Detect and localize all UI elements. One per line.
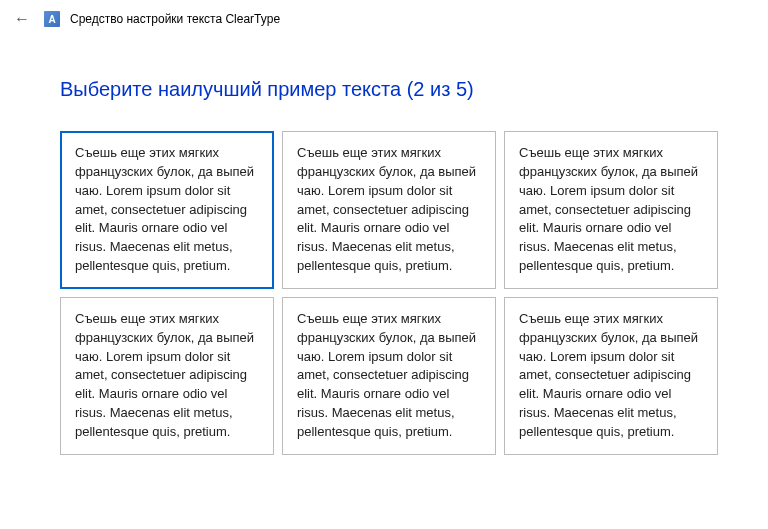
back-button[interactable]: ← <box>10 8 34 30</box>
text-sample-3[interactable]: Съешь еще этих мягких французских булок,… <box>504 131 718 289</box>
sample-grid: Съешь еще этих мягких французских булок,… <box>60 131 718 455</box>
titlebar: ← A Средство настройки текста ClearType <box>0 0 768 38</box>
window-title: Средство настройки текста ClearType <box>70 12 280 26</box>
text-sample-2[interactable]: Съешь еще этих мягких французских булок,… <box>282 131 496 289</box>
app-icon: A <box>44 11 60 27</box>
text-sample-5[interactable]: Съешь еще этих мягких французских булок,… <box>282 297 496 455</box>
text-sample-4[interactable]: Съешь еще этих мягких французских булок,… <box>60 297 274 455</box>
text-sample-6[interactable]: Съешь еще этих мягких французских булок,… <box>504 297 718 455</box>
page-heading: Выберите наилучший пример текста (2 из 5… <box>60 78 718 101</box>
content-area: Выберите наилучший пример текста (2 из 5… <box>0 38 768 455</box>
text-sample-1[interactable]: Съешь еще этих мягких французских булок,… <box>60 131 274 289</box>
